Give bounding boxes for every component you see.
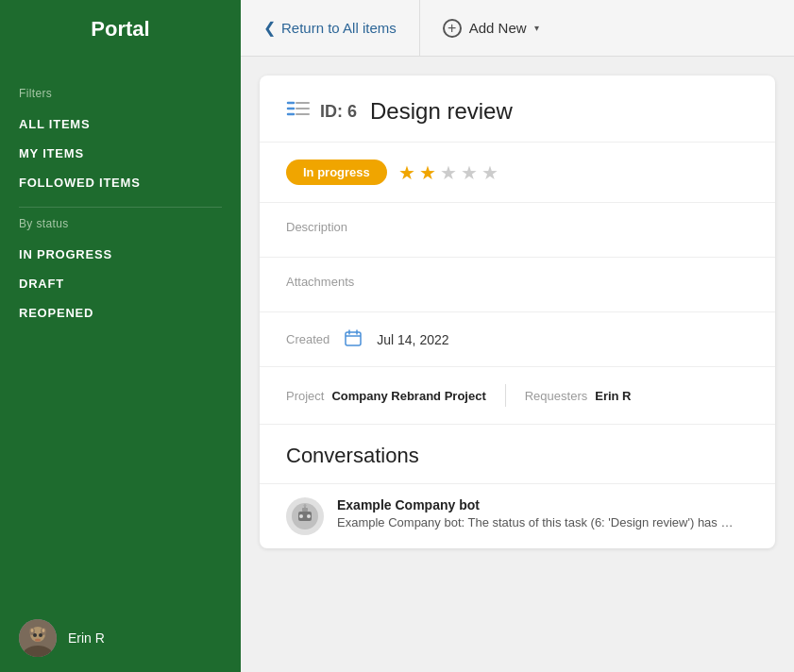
svg-point-22 xyxy=(299,514,303,518)
status-section: In progress ★ ★ ★ ★ ★ xyxy=(260,143,775,203)
card-header: ID: 6 Design review xyxy=(260,76,775,143)
created-date: Jul 14, 2022 xyxy=(377,332,448,347)
svg-rect-16 xyxy=(346,332,361,345)
status-badge: In progress xyxy=(286,160,387,185)
plus-circle-icon: + xyxy=(443,19,462,38)
back-button[interactable]: ❮ Return to All items xyxy=(241,0,420,56)
conversation-item: Example Company bot Example Company bot:… xyxy=(260,483,775,548)
star-4[interactable]: ★ xyxy=(461,161,478,184)
sidebar-divider xyxy=(19,207,222,208)
svg-point-4 xyxy=(31,629,34,632)
svg-point-26 xyxy=(304,504,307,507)
requesters-item: Requesters Erin R xyxy=(525,389,650,403)
conversations-title: Conversations xyxy=(260,425,775,483)
stars-row: ★ ★ ★ ★ ★ xyxy=(398,161,498,184)
star-1[interactable]: ★ xyxy=(398,161,415,184)
project-item: Project Company Rebrand Project xyxy=(286,389,505,403)
star-2[interactable]: ★ xyxy=(419,161,436,184)
calendar-icon xyxy=(345,329,362,349)
star-5[interactable]: ★ xyxy=(481,161,498,184)
add-new-button[interactable]: + Add New ▾ xyxy=(420,0,562,56)
sidebar: Portal Filters ALL ITEMS MY ITEMS FOLLOW… xyxy=(0,0,241,672)
sidebar-item-all-items[interactable]: ALL ITEMS xyxy=(19,109,222,139)
attachments-section: Attachments xyxy=(260,258,775,312)
topbar: ❮ Return to All items + Add New ▾ xyxy=(241,0,794,57)
task-title: Design review xyxy=(370,98,513,125)
requesters-label: Requesters xyxy=(525,389,587,403)
meta-section: Project Company Rebrand Project Requeste… xyxy=(260,367,775,425)
meta-row: Project Company Rebrand Project Requeste… xyxy=(286,384,749,407)
svg-point-5 xyxy=(42,629,45,632)
by-status-label: By status xyxy=(19,217,222,230)
sidebar-item-my-items[interactable]: MY ITEMS xyxy=(19,139,222,168)
back-label: Return to All items xyxy=(281,20,397,36)
status-stars-row: In progress ★ ★ ★ ★ ★ xyxy=(286,160,749,185)
created-row: Created Jul 14, 2022 xyxy=(286,329,749,349)
svg-rect-24 xyxy=(302,508,308,512)
user-name: Erin R xyxy=(68,630,105,646)
filters-label: Filters xyxy=(19,87,222,100)
sidebar-nav: Filters ALL ITEMS MY ITEMS FOLLOWED ITEM… xyxy=(0,59,241,604)
requesters-value: Erin R xyxy=(595,389,631,403)
app-title: Portal xyxy=(91,17,149,41)
sidebar-item-draft[interactable]: DRAFT xyxy=(19,269,222,298)
bot-avatar xyxy=(286,497,324,535)
svg-point-7 xyxy=(39,633,42,637)
meta-divider xyxy=(505,384,506,407)
caret-down-icon: ▾ xyxy=(534,23,539,33)
star-3[interactable]: ★ xyxy=(440,161,457,184)
conversations-section: Conversations E xyxy=(260,425,775,548)
attachments-label: Attachments xyxy=(286,275,749,289)
svg-point-6 xyxy=(33,633,37,637)
main-content: ❮ Return to All items + Add New ▾ xyxy=(241,0,794,672)
description-section: Description xyxy=(260,203,775,258)
add-new-label: Add New xyxy=(469,20,527,36)
sidebar-item-reopened[interactable]: REOPENED xyxy=(19,298,222,328)
bot-message: Example Company bot: The status of this … xyxy=(337,515,734,529)
svg-point-23 xyxy=(307,514,311,518)
task-id: ID: 6 xyxy=(320,102,357,122)
sidebar-logo: Portal xyxy=(0,0,241,59)
conv-content: Example Company bot Example Company bot:… xyxy=(337,497,749,529)
avatar xyxy=(19,619,57,657)
svg-point-8 xyxy=(35,639,41,642)
sidebar-item-followed-items[interactable]: FOLLOWED ITEMS xyxy=(19,168,222,197)
chevron-left-icon: ❮ xyxy=(263,19,276,37)
sidebar-item-in-progress[interactable]: IN PROGRESS xyxy=(19,240,222,269)
sidebar-footer: Erin R xyxy=(0,604,241,672)
bot-name: Example Company bot xyxy=(337,497,749,512)
task-list-icon xyxy=(286,99,311,125)
task-card: ID: 6 Design review In progress ★ ★ ★ ★ … xyxy=(260,76,775,548)
created-section: Created Jul 14, 2022 xyxy=(260,312,775,367)
project-label: Project xyxy=(286,389,324,403)
created-label: Created xyxy=(286,332,329,346)
content-area: ID: 6 Design review In progress ★ ★ ★ ★ … xyxy=(241,57,794,672)
description-label: Description xyxy=(286,220,749,234)
project-value: Company Rebrand Project xyxy=(331,389,485,403)
